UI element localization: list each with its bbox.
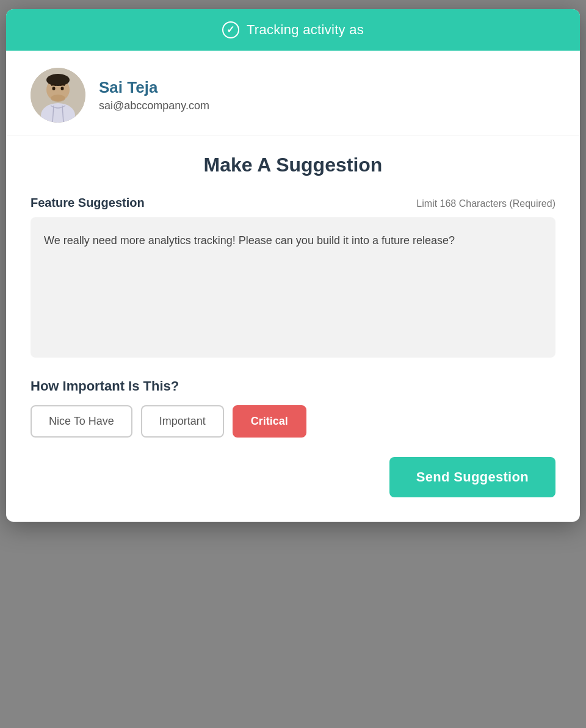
check-circle-icon (222, 21, 239, 38)
suggestion-textarea[interactable]: We really need more analytics tracking! … (31, 217, 555, 358)
modal-body: Make A Suggestion Feature Suggestion Lim… (6, 135, 580, 522)
user-name: Sai Teja (99, 78, 209, 97)
nice-to-have-button[interactable]: Nice To Have (31, 405, 132, 438)
send-suggestion-button[interactable]: Send Suggestion (389, 457, 555, 497)
svg-point-8 (61, 87, 64, 90)
important-button[interactable]: Important (141, 405, 224, 438)
modal-title: Make A Suggestion (31, 154, 555, 176)
importance-section: How Important Is This? Nice To Have Impo… (31, 378, 555, 438)
user-email: sai@abccompany.com (99, 99, 209, 112)
critical-button[interactable]: Critical (233, 405, 306, 438)
avatar (31, 68, 85, 123)
svg-point-3 (46, 74, 70, 86)
svg-point-6 (51, 95, 65, 102)
user-info: Sai Teja sai@abccompany.com (99, 78, 209, 112)
user-section: Sai Teja sai@abccompany.com (6, 51, 580, 135)
importance-buttons: Nice To Have Important Critical (31, 405, 555, 438)
feature-suggestion-limit: Limit 168 Characters (Required) (416, 198, 555, 209)
modal-container: Tracking activity as (6, 9, 580, 522)
svg-point-7 (52, 87, 56, 90)
feature-suggestion-label: Feature Suggestion (31, 196, 145, 210)
header-title: Tracking activity as (247, 22, 364, 38)
feature-suggestion-header: Feature Suggestion Limit 168 Characters … (31, 196, 555, 210)
importance-label: How Important Is This? (31, 378, 555, 394)
submit-row: Send Suggestion (31, 457, 555, 497)
modal-header: Tracking activity as (6, 9, 580, 51)
avatar-image (31, 68, 85, 123)
